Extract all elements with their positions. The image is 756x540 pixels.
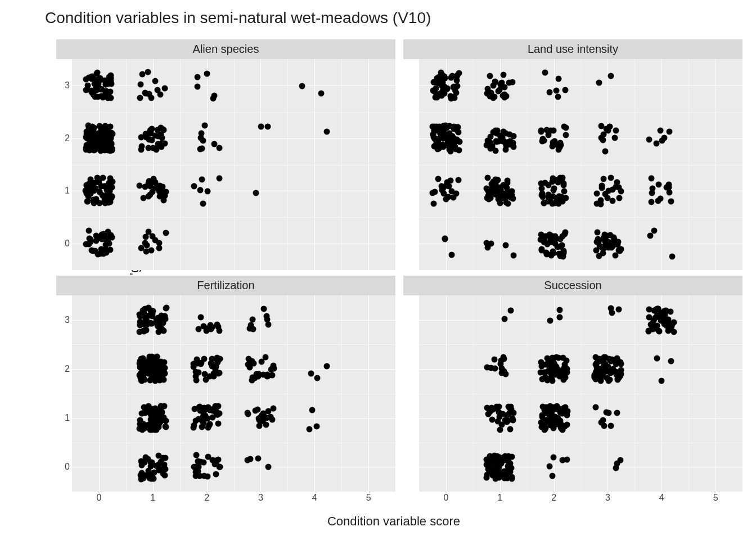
data-point xyxy=(542,70,548,76)
data-point xyxy=(508,474,515,480)
data-point xyxy=(608,423,614,429)
data-point xyxy=(214,408,220,415)
data-point xyxy=(551,454,557,461)
data-point xyxy=(666,189,672,195)
data-point xyxy=(557,373,563,379)
data-point xyxy=(201,459,207,465)
data-point xyxy=(260,305,267,312)
data-point xyxy=(160,320,166,326)
data-point xyxy=(548,252,555,258)
data-point xyxy=(197,404,203,410)
data-point xyxy=(497,427,503,433)
data-point xyxy=(431,134,437,141)
data-point xyxy=(593,361,600,367)
y-tick: 3 xyxy=(65,80,70,91)
data-point xyxy=(163,417,169,424)
data-point xyxy=(314,375,320,381)
y-tick: 1 xyxy=(65,413,70,423)
data-point xyxy=(667,129,673,135)
facet-succession: Succession0123012345 xyxy=(403,276,742,506)
data-point xyxy=(509,188,515,195)
data-point xyxy=(498,454,504,461)
data-point xyxy=(194,452,200,458)
data-point xyxy=(593,404,599,411)
data-point xyxy=(608,305,614,312)
data-point xyxy=(263,422,269,428)
x-axis-label: Condition variable score xyxy=(327,514,460,529)
data-point xyxy=(106,74,112,80)
data-point xyxy=(137,328,143,335)
data-point xyxy=(502,316,508,322)
data-point xyxy=(198,130,204,136)
data-point xyxy=(557,145,563,151)
data-point xyxy=(215,323,221,330)
data-point xyxy=(549,409,555,415)
data-point xyxy=(598,123,605,129)
data-point xyxy=(105,94,111,101)
data-point xyxy=(538,181,544,187)
data-point xyxy=(147,192,154,198)
data-point xyxy=(137,421,143,428)
data-point xyxy=(554,421,560,428)
data-point xyxy=(559,411,565,417)
data-point xyxy=(487,73,493,79)
data-point xyxy=(654,355,660,361)
facet-strip: Land use intensity xyxy=(403,39,742,59)
data-point xyxy=(440,143,446,150)
data-point xyxy=(161,461,168,467)
data-point xyxy=(539,376,545,382)
data-point xyxy=(500,134,506,141)
data-point xyxy=(161,86,168,92)
data-point xyxy=(197,314,204,321)
data-point xyxy=(204,188,210,194)
data-point xyxy=(210,95,217,101)
data-point xyxy=(139,470,145,476)
data-point xyxy=(548,422,554,429)
data-point xyxy=(199,176,205,182)
data-point xyxy=(502,417,508,423)
data-point xyxy=(145,69,151,75)
data-point xyxy=(195,458,201,464)
data-point xyxy=(492,366,498,372)
data-point xyxy=(266,321,272,327)
data-point xyxy=(308,371,314,377)
data-point xyxy=(155,366,161,372)
plot-area: Condition variables in semi-natural wet-… xyxy=(39,6,748,529)
data-point xyxy=(556,314,562,321)
data-point xyxy=(456,177,462,183)
data-point xyxy=(191,464,197,470)
data-point xyxy=(549,473,555,479)
data-point xyxy=(555,367,561,373)
data-point xyxy=(156,240,162,246)
facet-strip: Alien species xyxy=(56,39,395,59)
data-point xyxy=(608,73,614,79)
plot-title: Condition variables in semi-natural wet-… xyxy=(45,9,431,27)
data-point xyxy=(215,421,222,427)
data-point xyxy=(161,192,168,199)
facet-grid: Alien species0123012345Land use intensit… xyxy=(56,39,742,506)
data-point xyxy=(314,424,320,430)
data-point xyxy=(488,133,494,140)
data-point xyxy=(148,476,155,482)
data-point xyxy=(453,190,459,196)
data-point xyxy=(655,306,662,312)
data-point xyxy=(613,368,619,375)
data-point xyxy=(147,130,153,136)
data-point xyxy=(210,415,216,421)
data-point xyxy=(446,194,452,200)
data-point xyxy=(498,357,504,363)
data-point xyxy=(191,183,197,190)
data-point xyxy=(196,416,202,422)
data-point xyxy=(450,84,456,91)
x-tick: 4 xyxy=(659,493,664,503)
data-point xyxy=(197,187,204,194)
y-tick: 2 xyxy=(65,133,70,143)
data-point xyxy=(145,403,151,410)
data-point xyxy=(600,417,606,423)
data-point xyxy=(551,186,557,192)
data-point xyxy=(548,232,554,238)
data-point xyxy=(94,70,100,76)
data-point xyxy=(199,424,205,430)
data-point xyxy=(542,410,548,416)
data-point xyxy=(494,128,501,134)
